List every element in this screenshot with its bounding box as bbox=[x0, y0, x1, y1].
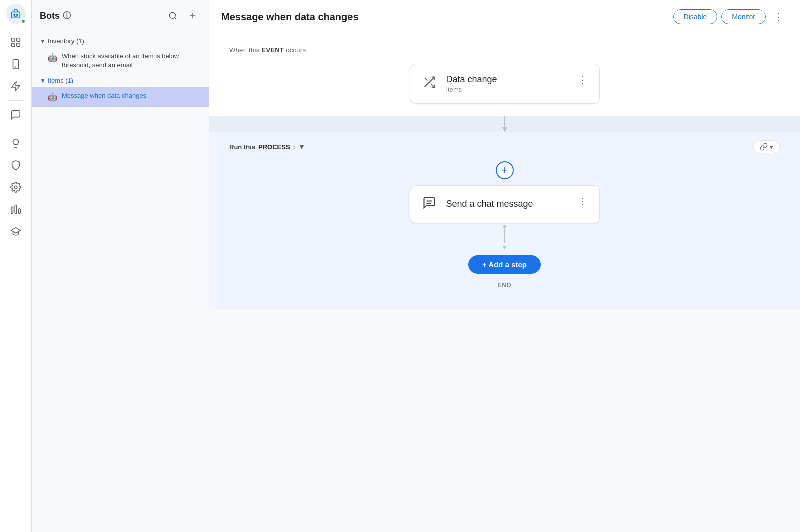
svg-point-2 bbox=[16, 14, 18, 15]
nav-lightning-icon[interactable] bbox=[6, 76, 26, 96]
nav-grid-icon[interactable] bbox=[6, 32, 26, 52]
event-section: When this EVENT occurs: Data change Item… bbox=[210, 34, 800, 116]
more-options-button[interactable]: ⋮ bbox=[770, 8, 788, 26]
sidebar: Bots ⓘ ▼ Inventory (1) 🤖 When stock avai… bbox=[32, 0, 210, 532]
add-step-circle-button[interactable]: + bbox=[496, 161, 514, 179]
nav-bots-icon[interactable] bbox=[6, 4, 26, 24]
process-section: Run this PROCESS: ▼ ▾ + bbox=[210, 132, 800, 309]
dashed-connector: ▾ bbox=[230, 225, 780, 251]
svg-rect-13 bbox=[18, 209, 20, 213]
svg-line-15 bbox=[174, 17, 176, 19]
rail-divider-3 bbox=[8, 129, 24, 129]
svg-rect-5 bbox=[12, 43, 14, 46]
nav-gear-icon[interactable] bbox=[6, 177, 26, 197]
end-label: END bbox=[230, 282, 780, 289]
nav-bulb-icon[interactable] bbox=[6, 133, 26, 153]
process-card[interactable]: Send a chat message ⋮ bbox=[410, 185, 600, 223]
nav-chat-icon[interactable] bbox=[6, 105, 26, 125]
sidebar-title: Bots ⓘ bbox=[40, 11, 71, 21]
process-label: Run this PROCESS: ▼ bbox=[230, 143, 306, 151]
add-step-button[interactable]: + Add a step bbox=[468, 255, 541, 274]
canvas-area: When this EVENT occurs: Data change Item… bbox=[210, 34, 800, 532]
sidebar-group-items-label: Items (1) bbox=[48, 77, 74, 84]
monitor-button[interactable]: Monitor bbox=[722, 9, 766, 24]
disable-button[interactable]: Disable bbox=[674, 9, 718, 24]
process-header: Run this PROCESS: ▼ ▾ bbox=[230, 140, 780, 153]
chevron-down-icon-2: ▼ bbox=[40, 77, 46, 84]
main-header: Message when data changes Disable Monito… bbox=[210, 0, 800, 34]
sidebar-item-inventory-label: When stock available of an item is below… bbox=[62, 52, 201, 70]
sidebar-item-inventory-bot[interactable]: 🤖 When stock available of an item is bel… bbox=[32, 48, 209, 74]
add-step-container: + Add a step bbox=[230, 255, 780, 274]
svg-rect-12 bbox=[15, 205, 17, 214]
svg-rect-11 bbox=[11, 207, 13, 213]
sidebar-group-inventory-label: Inventory (1) bbox=[48, 37, 84, 45]
sidebar-group-items[interactable]: ▼ Items (1) bbox=[32, 74, 209, 87]
link-dropdown-arrow: ▾ bbox=[770, 143, 774, 151]
nav-chart-icon[interactable] bbox=[6, 199, 26, 219]
search-button[interactable] bbox=[165, 8, 181, 24]
event-section-label: When this EVENT occurs: bbox=[230, 46, 780, 54]
sidebar-content: ▼ Inventory (1) 🤖 When stock available o… bbox=[32, 30, 209, 111]
svg-point-1 bbox=[14, 14, 15, 15]
process-card-title: Send a chat message bbox=[446, 199, 534, 209]
process-card-menu-button[interactable]: ⋮ bbox=[578, 196, 588, 207]
process-card-content: Send a chat message bbox=[446, 199, 534, 210]
bot-active-icon: 🤖 bbox=[48, 92, 58, 103]
process-dropdown-arrow[interactable]: ▼ bbox=[298, 143, 306, 151]
rail-divider-2 bbox=[8, 100, 24, 101]
svg-rect-3 bbox=[12, 38, 14, 41]
sidebar-actions bbox=[165, 8, 201, 24]
sidebar-title-text: Bots bbox=[40, 11, 60, 21]
nav-cap-icon[interactable] bbox=[6, 221, 26, 241]
event-card-subtitle: Items bbox=[446, 86, 498, 93]
event-card-menu-button[interactable]: ⋮ bbox=[578, 74, 588, 85]
sidebar-header: Bots ⓘ bbox=[32, 0, 209, 30]
header-actions: Disable Monitor ⋮ bbox=[674, 8, 788, 26]
link-icon-button[interactable]: ▾ bbox=[754, 140, 780, 153]
main-content: Message when data changes Disable Monito… bbox=[210, 0, 800, 532]
page-title: Message when data changes bbox=[222, 11, 359, 23]
event-process-connector bbox=[495, 116, 515, 132]
process-right-controls: ▾ bbox=[754, 140, 780, 153]
event-card-title: Data change bbox=[446, 74, 498, 85]
event-card[interactable]: Data change Items ⋮ bbox=[410, 64, 600, 104]
svg-point-10 bbox=[14, 186, 18, 189]
svg-rect-4 bbox=[16, 38, 20, 41]
chat-message-icon bbox=[422, 196, 436, 213]
nav-shield-icon[interactable] bbox=[6, 155, 26, 175]
sidebar-item-message-when-data-changes[interactable]: 🤖 Message when data changes bbox=[32, 87, 209, 107]
sidebar-group-inventory[interactable]: ▼ Inventory (1) bbox=[32, 34, 209, 48]
svg-rect-0 bbox=[12, 12, 20, 18]
event-card-content: Data change Items bbox=[446, 74, 498, 93]
sidebar-item-active-label: Message when data changes bbox=[62, 91, 146, 100]
add-bot-button[interactable] bbox=[185, 8, 201, 24]
svg-rect-6 bbox=[16, 43, 20, 46]
svg-point-14 bbox=[170, 12, 176, 18]
add-step-circle-container: + bbox=[230, 161, 780, 179]
nav-mobile-icon[interactable] bbox=[6, 54, 26, 74]
bot-small-icon: 🤖 bbox=[48, 52, 58, 63]
rail-divider-1 bbox=[8, 28, 24, 28]
process-card-left: Send a chat message bbox=[422, 196, 534, 213]
icon-rail bbox=[0, 0, 32, 532]
sidebar-info-icon: ⓘ bbox=[63, 11, 71, 21]
data-change-icon bbox=[422, 75, 436, 92]
svg-marker-19 bbox=[502, 127, 508, 132]
svg-marker-9 bbox=[12, 82, 20, 91]
chevron-down-icon: ▼ bbox=[40, 38, 46, 45]
event-card-left: Data change Items bbox=[422, 74, 498, 93]
